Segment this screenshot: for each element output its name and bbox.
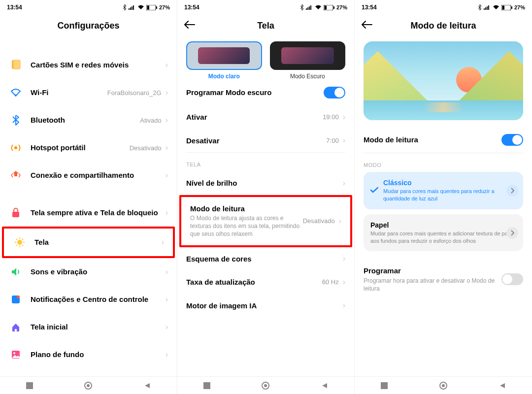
display-row[interactable]: Tela › <box>2 227 175 258</box>
row-label: Esquema de cores <box>186 254 343 264</box>
svg-point-9 <box>15 95 17 96</box>
svg-rect-41 <box>488 5 489 10</box>
schedule-reading-row[interactable]: Programar Programar hora para ativar e d… <box>355 256 532 299</box>
hotspot-row[interactable]: Hotspot portátil Desativado › <box>0 134 177 162</box>
status-right: 27% <box>478 4 525 10</box>
nav-back[interactable] <box>142 381 152 391</box>
svg-line-17 <box>16 239 17 240</box>
wifi-status-icon <box>493 5 499 10</box>
ai-engine-row[interactable]: Motor de imagem IA › <box>177 294 354 318</box>
reading-mode-row[interactable]: Modo de leitura O Modo de leitura ajusta… <box>179 195 352 247</box>
bluetooth-row[interactable]: Bluetooth Ativado › <box>0 106 177 134</box>
titlebar: Configurações <box>0 15 177 36</box>
chevron-right-icon[interactable] <box>506 185 518 197</box>
row-label: Wi-Fi <box>31 88 107 98</box>
nav-home[interactable] <box>438 381 448 391</box>
nav-recents[interactable] <box>25 381 34 391</box>
reading-mode-toggle-row[interactable]: Modo de leitura <box>355 127 532 153</box>
reading-mode-illustration <box>364 41 523 120</box>
titlebar: Tela <box>177 15 354 36</box>
chevron-right-icon: › <box>343 136 345 145</box>
svg-line-20 <box>16 245 17 246</box>
battery-icon <box>324 5 334 10</box>
svg-rect-6 <box>156 6 157 9</box>
nav-back[interactable] <box>498 381 507 391</box>
sim-icon <box>9 58 23 72</box>
schedule-dark-toggle[interactable] <box>324 87 345 98</box>
activate-time-row[interactable]: Ativar 19:00 › <box>177 105 354 129</box>
refresh-rate-row[interactable]: Taxa de atualização 60 Hz › <box>177 270 354 294</box>
nav-recents[interactable] <box>379 381 389 391</box>
row-value: 19:00 <box>323 113 339 121</box>
card-title: Clássico <box>383 179 516 187</box>
nav-recents[interactable] <box>202 381 212 391</box>
section-header: MODO <box>355 153 532 172</box>
notif-icon <box>9 293 23 306</box>
nav-home[interactable] <box>261 381 270 391</box>
row-label: Tela sempre ativa e Tela de bloqueio <box>31 208 166 218</box>
svg-rect-45 <box>381 382 388 389</box>
lockscreen-row[interactable]: Tela sempre ativa e Tela de bloqueio › <box>0 199 177 227</box>
navigation-bar <box>0 376 177 394</box>
paper-mode-card[interactable]: Papel Mudar para cores mais quentes e ad… <box>364 214 523 252</box>
brightness-row[interactable]: Nível de brilho › <box>177 171 354 195</box>
reading-mode-toggle[interactable] <box>501 134 523 146</box>
nav-back[interactable] <box>320 381 330 391</box>
chevron-right-icon: › <box>166 267 168 276</box>
wallpaper-row[interactable]: Plano de fundo › <box>0 341 177 368</box>
status-time: 13:54 <box>184 4 200 11</box>
signal-icon <box>129 5 135 10</box>
svg-rect-40 <box>487 6 488 10</box>
settings-list[interactable]: Cartões SIM e redes móveis › Wi-Fi ForaB… <box>0 36 177 376</box>
share-row[interactable]: Conexão e compartilhamento › <box>0 162 177 189</box>
row-label: Motor de imagem IA <box>186 301 343 311</box>
wifi-icon <box>9 86 23 99</box>
bluetooth-icon <box>9 113 23 127</box>
status-right: 27% <box>123 4 170 10</box>
classic-mode-card[interactable]: Clássico Mudar para cores mais quentes p… <box>364 172 523 209</box>
row-label: Conexão e compartilhamento <box>31 170 166 180</box>
svg-rect-28 <box>306 8 307 10</box>
status-time: 13:54 <box>362 4 377 11</box>
deactivate-time-row[interactable]: Desativar 7:00 › <box>177 129 354 153</box>
colorscheme-row[interactable]: Esquema de cores › <box>177 247 354 271</box>
schedule-reading-toggle[interactable] <box>501 273 523 285</box>
sound-row[interactable]: Sons e vibração › <box>0 258 177 286</box>
nav-home[interactable] <box>83 381 93 391</box>
schedule-dark-row[interactable]: Programar Modo escuro <box>177 80 354 105</box>
reading-mode-settings[interactable]: Modo de leitura MODO Clássico Mudar para… <box>355 36 532 376</box>
row-desc: O Modo de leitura ajusta as cores e text… <box>190 214 303 238</box>
home-icon <box>9 320 23 334</box>
svg-rect-1 <box>130 7 131 10</box>
battery-percent: 27% <box>336 4 347 10</box>
lock-icon <box>9 206 23 220</box>
svg-rect-8 <box>13 60 20 69</box>
screen-settings: 13:54 27% Configurações Cartões SIM e re… <box>0 0 177 394</box>
back-button[interactable] <box>184 21 195 31</box>
status-bar: 13:54 27% <box>0 0 177 15</box>
homescreen-row[interactable]: Tela inicial › <box>0 313 177 341</box>
signal-icon <box>306 5 313 10</box>
light-mode-option[interactable]: Modo claro <box>186 41 262 80</box>
row-label: Plano de fundo <box>31 350 166 360</box>
svg-rect-35 <box>203 382 210 389</box>
share-icon <box>9 168 23 182</box>
svg-point-27 <box>87 384 90 387</box>
row-label: Programar Modo escuro <box>186 88 324 98</box>
svg-rect-25 <box>26 382 33 389</box>
chevron-right-icon: › <box>166 116 168 125</box>
notifications-row[interactable]: Notificações e Centro de controle › <box>0 286 177 313</box>
display-settings[interactable]: Modo claro Modo Escuro Programar Modo es… <box>177 36 354 376</box>
dark-mode-label: Modo Escuro <box>270 73 346 80</box>
back-button[interactable] <box>362 21 372 31</box>
wifi-row[interactable]: Wi-Fi ForaBolsonaro_2G › <box>0 79 177 106</box>
sim-cards-row[interactable]: Cartões SIM e redes móveis › <box>0 51 177 79</box>
row-desc: Programar hora para ativar e desativar o… <box>364 277 501 293</box>
dark-mode-thumb <box>270 41 346 70</box>
dark-mode-option[interactable]: Modo Escuro <box>270 41 346 80</box>
screen-reading-mode: 13:54 27% Modo de leitura Modo de leitur… <box>355 0 532 394</box>
chevron-right-icon: › <box>166 208 168 217</box>
chevron-right-icon[interactable] <box>506 227 518 239</box>
row-value: Desativado <box>303 217 335 225</box>
row-value: 60 Hz <box>322 278 339 286</box>
